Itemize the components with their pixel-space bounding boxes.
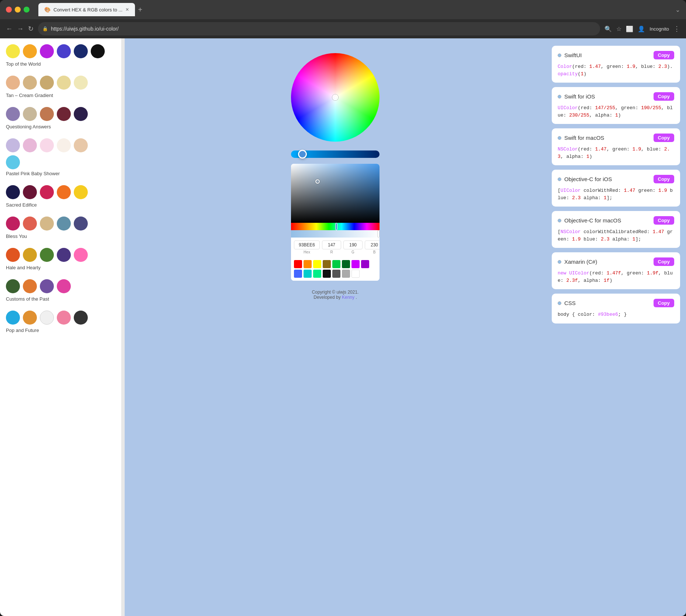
- swatch[interactable]: [57, 279, 71, 293]
- quick-swatch[interactable]: [342, 260, 350, 268]
- swatch[interactable]: [57, 138, 71, 152]
- reload-button[interactable]: ↻: [28, 25, 34, 33]
- hue-slider[interactable]: [291, 150, 380, 158]
- g-input[interactable]: 190: [343, 240, 363, 249]
- swatch[interactable]: [6, 155, 20, 169]
- quick-swatch[interactable]: [323, 270, 331, 278]
- swatch[interactable]: [91, 44, 105, 58]
- quick-swatch[interactable]: [351, 260, 360, 268]
- quick-swatch[interactable]: [332, 260, 340, 268]
- minimize-button[interactable]: [15, 7, 21, 13]
- back-button[interactable]: ←: [6, 25, 13, 33]
- swatch[interactable]: [6, 311, 20, 325]
- swatch[interactable]: [57, 107, 71, 121]
- swatch[interactable]: [74, 217, 88, 231]
- menu-icon[interactable]: ⋮: [673, 25, 680, 33]
- swatch[interactable]: [74, 138, 88, 152]
- hue-strip[interactable]: [291, 223, 380, 230]
- copy-button-swift-ios[interactable]: Copy: [654, 92, 675, 101]
- bookmark-icon[interactable]: ☆: [616, 25, 621, 32]
- swatch[interactable]: [6, 279, 20, 293]
- quick-swatch[interactable]: [313, 270, 321, 278]
- swatch[interactable]: [40, 248, 54, 262]
- fullscreen-button[interactable]: [24, 7, 30, 13]
- swatch[interactable]: [6, 107, 20, 121]
- swatch[interactable]: [40, 185, 54, 199]
- copy-button-objc-macos[interactable]: Copy: [654, 216, 675, 225]
- swatch[interactable]: [23, 217, 37, 231]
- quick-swatch[interactable]: [342, 270, 350, 278]
- saturation-cursor[interactable]: [315, 179, 320, 184]
- copy-button-swift-macos[interactable]: Copy: [654, 134, 675, 142]
- swatch[interactable]: [57, 217, 71, 231]
- swatch[interactable]: [23, 138, 37, 152]
- swatch[interactable]: [40, 44, 54, 58]
- r-input[interactable]: 147: [322, 240, 341, 249]
- swatch[interactable]: [57, 248, 71, 262]
- code-card-swift-macos: Swift for macOS Copy NSColor(red: 1.47, …: [552, 128, 680, 165]
- swatch[interactable]: [74, 44, 88, 58]
- swatch[interactable]: [57, 311, 71, 325]
- quick-swatch[interactable]: [323, 260, 331, 268]
- swatch[interactable]: [6, 44, 20, 58]
- hex-input[interactable]: 93BEE6: [294, 240, 320, 249]
- swatch[interactable]: [57, 185, 71, 199]
- swatch[interactable]: [23, 76, 37, 90]
- swatch[interactable]: [40, 311, 54, 325]
- wheel-cursor[interactable]: [332, 94, 338, 100]
- active-tab[interactable]: 🎨 Convert HEX & RGB colors to ... ✕: [38, 3, 135, 16]
- new-tab-button[interactable]: +: [138, 6, 142, 14]
- tab-close-icon[interactable]: ✕: [125, 7, 129, 12]
- swatch[interactable]: [74, 311, 88, 325]
- swatch[interactable]: [74, 248, 88, 262]
- swatch[interactable]: [23, 107, 37, 121]
- swatch[interactable]: [23, 248, 37, 262]
- quick-swatch[interactable]: [294, 260, 302, 268]
- swatch[interactable]: [40, 138, 54, 152]
- sidebar-divider[interactable]: [122, 38, 125, 616]
- alpha-strip[interactable]: [291, 230, 380, 238]
- swatch[interactable]: [23, 44, 37, 58]
- swatch[interactable]: [40, 217, 54, 231]
- swatch[interactable]: [23, 311, 37, 325]
- copy-button-swiftui[interactable]: Copy: [654, 51, 675, 59]
- swatch[interactable]: [74, 76, 88, 90]
- close-button[interactable]: [6, 7, 12, 13]
- search-icon[interactable]: 🔍: [604, 25, 612, 32]
- swatch[interactable]: [6, 185, 20, 199]
- swatch[interactable]: [40, 76, 54, 90]
- swatch[interactable]: [23, 279, 37, 293]
- tab-switcher-icon[interactable]: ⬜: [626, 25, 633, 32]
- forward-button[interactable]: →: [17, 25, 24, 33]
- swatch[interactable]: [23, 185, 37, 199]
- developer-link[interactable]: Kenny: [342, 295, 354, 300]
- hue-thumb[interactable]: [298, 150, 307, 159]
- swatch[interactable]: [74, 107, 88, 121]
- swatch[interactable]: [57, 44, 71, 58]
- swatch[interactable]: [6, 217, 20, 231]
- quick-swatch[interactable]: [304, 260, 312, 268]
- tab-menu-button[interactable]: ⌄: [675, 6, 680, 13]
- quick-swatch[interactable]: [332, 270, 340, 278]
- swatch[interactable]: [6, 248, 20, 262]
- quick-swatch[interactable]: [304, 270, 312, 278]
- swatch[interactable]: [6, 138, 20, 152]
- copy-button-css[interactable]: Copy: [654, 299, 675, 307]
- quick-swatch[interactable]: [294, 270, 302, 278]
- swatch[interactable]: [40, 107, 54, 121]
- quick-swatch[interactable]: [313, 260, 321, 268]
- quick-swatch[interactable]: [351, 270, 360, 278]
- swatch[interactable]: [40, 279, 54, 293]
- saturation-area[interactable]: [291, 164, 380, 223]
- copy-button-xamarin[interactable]: Copy: [654, 257, 675, 266]
- url-bar[interactable]: 🔒 https://uiwjs.github.io/ui-color/: [38, 22, 600, 35]
- swatch[interactable]: [57, 76, 71, 90]
- quick-swatch[interactable]: [361, 260, 369, 268]
- copy-button-objc-ios[interactable]: Copy: [654, 175, 675, 183]
- color-wheel[interactable]: [291, 53, 380, 142]
- swatch[interactable]: [6, 76, 20, 90]
- color-wheel-container[interactable]: [291, 53, 380, 142]
- profile-icon[interactable]: 👤: [638, 25, 645, 32]
- b-input[interactable]: 230: [365, 240, 380, 249]
- swatch[interactable]: [74, 185, 88, 199]
